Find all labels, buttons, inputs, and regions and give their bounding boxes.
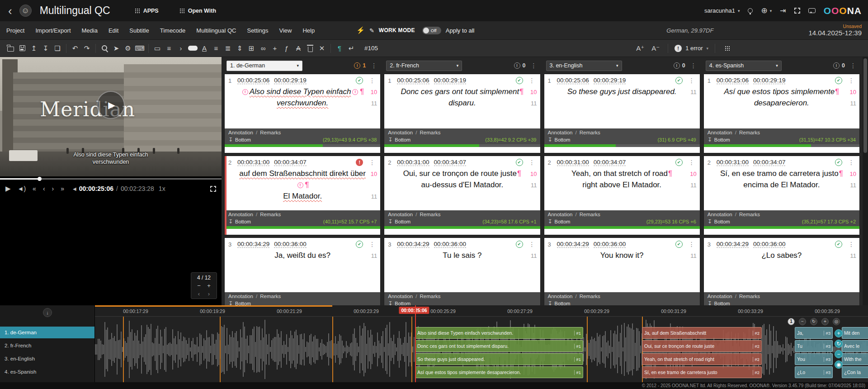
remarks-tab[interactable]: Remarks (580, 130, 600, 135)
subtitle-card[interactable]: 200:00:31:0000:00:34:07!⋮auf dem Straßen… (225, 156, 380, 235)
selection-count-badge[interactable]: 1 (788, 318, 795, 325)
checked-status-icon[interactable]: ✔ (516, 241, 523, 248)
pages-zoom-out-button[interactable]: − (197, 282, 201, 289)
annotation-tab[interactable]: Annotation (708, 212, 732, 217)
follow-playhead-icon[interactable]: ◎ (833, 318, 840, 325)
timeline-subtitle-block[interactable]: Mit den#4 (842, 327, 868, 339)
start-timecode[interactable]: 00:00:31:00 (557, 159, 589, 166)
card-menu-button[interactable]: ⋮ (847, 77, 856, 84)
subtitle-text[interactable]: Yeah, on that stretch of road¶10right ab… (544, 167, 700, 210)
video-play-overlay-button[interactable]: ▶ (97, 91, 125, 119)
apply-to-all-label[interactable]: Apply to all (446, 27, 475, 34)
link-icon[interactable]: ∞ (257, 43, 269, 54)
timeline-subtitle-block[interactable]: With the#4 (842, 353, 868, 365)
duplicate-icon[interactable]: ❏ (52, 43, 63, 54)
timeline-subtitle-block[interactable]: Ja, auf dem Straßenabschnitt#2 (642, 327, 762, 339)
remarks-tab[interactable]: Remarks (580, 212, 600, 217)
start-timecode[interactable]: 00:00:25:06 (557, 77, 589, 84)
prev-page-button[interactable]: ‹ (198, 290, 200, 297)
timeline-subtitle-block[interactable]: Yeah, on that stretch of road right#2 (642, 353, 762, 365)
step-back-button[interactable]: ‹ (43, 185, 45, 192)
subtitle-text[interactable]: You know it?11 (544, 249, 700, 292)
remarks-tab[interactable]: Remarks (420, 130, 440, 135)
end-timecode[interactable]: 00:00:36:00 (434, 241, 466, 248)
reset-view-icon[interactable]: ↻ (810, 318, 817, 325)
start-timecode[interactable]: 00:00:25:06 (717, 77, 749, 84)
card-menu-button[interactable]: ⋮ (368, 241, 377, 248)
merge-icon[interactable]: ⊞ (245, 43, 257, 54)
annotation-tab[interactable]: Annotation (388, 212, 413, 217)
timeline-subtitle-block[interactable]: Avec le#4 (842, 340, 868, 352)
menu-project[interactable]: Project (6, 27, 24, 34)
delete-icon[interactable] (304, 43, 316, 54)
subtitle-card[interactable]: 300:00:34:2900:00:36:00✔⋮¿Lo sabes?11Ann… (704, 238, 859, 305)
clear-format-icon[interactable]: A (292, 43, 304, 54)
upload-icon[interactable]: ↥ (28, 43, 40, 54)
card-menu-button[interactable]: ⋮ (687, 241, 696, 248)
annotation-tab[interactable]: Annotation (388, 294, 413, 299)
checked-status-icon[interactable]: ✔ (675, 241, 683, 248)
progress-handle[interactable] (38, 177, 42, 181)
exit-icon[interactable]: ⇥ (780, 6, 786, 15)
annotation-tab[interactable]: Annotation (548, 212, 573, 217)
column-menu-button[interactable]: ⋮ (369, 62, 378, 69)
start-timecode[interactable]: 00:00:34:29 (237, 241, 269, 248)
timeline-subtitle-block[interactable]: Also sind diese Typen einfach verschwund… (415, 327, 583, 339)
timeline-subtitle-block[interactable]: Tu#3 (795, 340, 833, 352)
annotation-tab[interactable]: Annotation (548, 130, 573, 135)
timeline-subtitle-block[interactable]: So these guys just disappeared.#1 (415, 353, 583, 365)
skip-end-button[interactable]: » (61, 185, 64, 192)
language-select[interactable]: 2. fr-French▾ (386, 61, 462, 71)
wrap-icon[interactable]: ↵ (345, 43, 357, 54)
menu-subtitle[interactable]: Subtitle (129, 27, 149, 34)
menu-import-export[interactable]: Import/Export (35, 27, 71, 34)
subtitle-text[interactable]: Donc ces gars ont tout simplement¶10disp… (384, 85, 540, 128)
start-timecode[interactable]: 00:00:34:29 (397, 241, 429, 248)
timeline-subtitle-block[interactable]: Donc ces gars ont tout simplement dispar… (415, 340, 583, 352)
end-timecode[interactable]: 00:00:29:19 (274, 77, 306, 84)
timeline-subtitle-block[interactable]: Sí, en ese tramo de carretera justo#2 (642, 366, 762, 378)
display-icon[interactable]: ▭ (151, 43, 163, 54)
search-icon[interactable] (99, 43, 110, 54)
pilcrow-toggle-icon[interactable]: ¶ (334, 43, 345, 54)
effects-icon[interactable]: ƒ (281, 43, 292, 54)
vertical-align-icon[interactable]: ⇕ (234, 43, 245, 54)
save-icon[interactable] (16, 43, 28, 54)
error-status-icon[interactable]: ! (356, 159, 363, 166)
menu-media[interactable]: Media (82, 27, 98, 34)
subtitle-card[interactable]: 300:00:34:2900:00:36:00✔⋮Tu le sais ?11A… (384, 238, 540, 305)
card-menu-button[interactable]: ⋮ (687, 159, 696, 166)
connector-icon[interactable]: ⚡ (356, 26, 365, 34)
annotation-tab[interactable]: Annotation (548, 294, 573, 299)
fullscreen-icon[interactable] (794, 8, 800, 14)
subtitle-card[interactable]: 100:00:25:0600:00:29:19✔⋮Así que estos t… (704, 74, 859, 153)
pages-zoom-in-button[interactable]: + (207, 282, 211, 289)
insert-icon[interactable]: + (269, 43, 281, 54)
remarks-tab[interactable]: Remarks (580, 294, 600, 299)
timeline-subtitle-block[interactable]: Ja,#3 (795, 327, 833, 339)
track-label-2-fr-french[interactable]: 2. fr-French (0, 340, 94, 351)
column-menu-button[interactable]: ⋮ (529, 62, 538, 69)
menu-multilingual-qc[interactable]: Multilingual QC (196, 27, 236, 34)
error-count-label[interactable]: 1 error (685, 45, 703, 52)
keyboard-icon[interactable]: ⌨ (134, 43, 146, 54)
align-left-icon[interactable]: ≡ (210, 43, 222, 54)
open-folder-icon[interactable] (5, 43, 16, 54)
redo-icon[interactable]: ↷ (81, 43, 93, 54)
end-timecode[interactable]: 00:00:34:07 (594, 159, 626, 166)
skip-start-button[interactable]: « (33, 185, 36, 192)
timeline-zoom-out-button[interactable]: − (835, 350, 843, 358)
start-timecode[interactable]: 00:00:25:06 (237, 77, 269, 84)
remarks-tab[interactable]: Remarks (739, 294, 760, 299)
playhead[interactable] (415, 305, 416, 382)
checked-status-icon[interactable]: ✔ (356, 77, 363, 84)
subtitle-text[interactable]: Ja, weißt du es?11 (225, 249, 380, 292)
frame-back-icon[interactable]: ◀ (73, 186, 76, 191)
download-icon[interactable]: ↧ (40, 43, 52, 54)
font-increase-icon[interactable]: A⁺ (634, 43, 646, 54)
scrollbar-thumb[interactable] (863, 58, 867, 153)
vertical-scrollbar[interactable] (863, 57, 868, 305)
start-timecode[interactable]: 00:00:34:29 (557, 241, 589, 248)
menu-view[interactable]: View (279, 27, 292, 34)
subtitle-card[interactable]: 100:00:25:0600:00:29:19✔⋮!Also sind dies… (225, 74, 380, 153)
